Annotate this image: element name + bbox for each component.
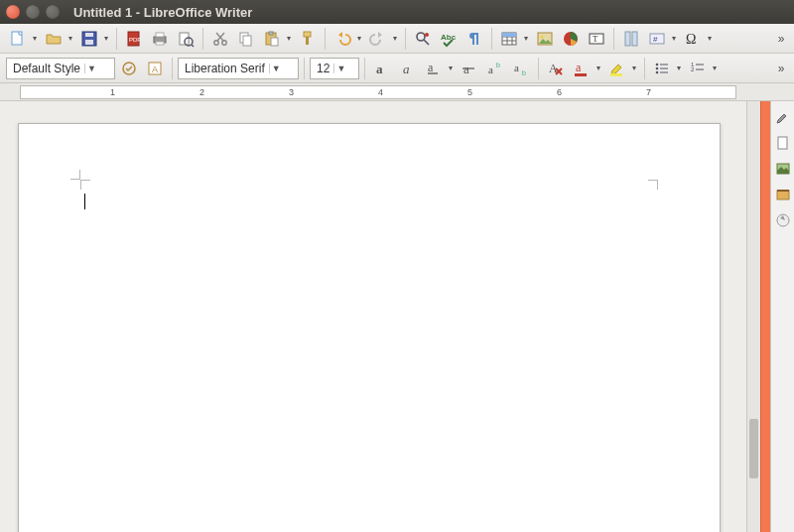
ruler-label: 2 [199, 87, 204, 97]
chevron-down-icon: ▼ [333, 64, 347, 73]
svg-point-64 [656, 70, 659, 73]
styles-panel-button[interactable] [773, 159, 793, 179]
svg-text:Abc: Abc [441, 33, 457, 42]
svg-rect-21 [304, 32, 311, 37]
svg-rect-8 [156, 42, 164, 45]
underline-button[interactable]: a [422, 57, 456, 80]
numbered-list-button[interactable]: 12 [686, 57, 720, 80]
svg-point-12 [214, 40, 218, 44]
standard-toolbar: PDF Abc T [0, 24, 794, 54]
formatting-toolbar: Default Style ▼ A Liberation Serif ▼ 12 … [0, 54, 794, 83]
insert-symbol-button[interactable]: Ω [681, 27, 715, 51]
page-break-button[interactable] [619, 27, 643, 51]
svg-point-25 [425, 33, 429, 37]
paste-button[interactable] [260, 27, 294, 51]
svg-text:b: b [522, 69, 526, 76]
svg-rect-0 [12, 32, 22, 45]
svg-rect-61 [610, 73, 622, 76]
svg-text:Ω: Ω [686, 32, 696, 47]
svg-rect-75 [777, 190, 789, 192]
formatting-marks-button[interactable] [463, 27, 486, 51]
svg-point-63 [656, 66, 659, 69]
print-button[interactable] [148, 27, 172, 51]
italic-button[interactable]: a [396, 57, 420, 80]
font-name-combo[interactable]: Liberation Serif ▼ [178, 58, 299, 79]
svg-text:T: T [593, 34, 598, 44]
svg-rect-60 [575, 73, 587, 76]
svg-rect-32 [502, 33, 516, 37]
ruler-label: 7 [646, 87, 651, 97]
ruler-label: 3 [289, 87, 294, 97]
page-panel-button[interactable] [773, 133, 793, 153]
svg-text:a: a [488, 64, 493, 75]
bold-button[interactable]: a [370, 57, 394, 80]
save-button[interactable] [77, 27, 111, 51]
svg-rect-2 [85, 33, 93, 37]
bullet-list-button[interactable] [650, 57, 684, 80]
subscript-button[interactable]: ab [509, 57, 533, 80]
ruler-label: 6 [557, 87, 562, 97]
svg-point-13 [222, 40, 226, 44]
print-preview-button[interactable] [174, 27, 198, 51]
insert-table-button[interactable] [497, 27, 531, 51]
window-minimize-button[interactable] [26, 5, 40, 19]
svg-text:A: A [152, 65, 158, 74]
window-maximize-button[interactable] [46, 5, 60, 19]
insert-chart-button[interactable] [559, 27, 583, 51]
svg-line-14 [217, 33, 224, 41]
insert-field-button[interactable]: # [645, 27, 679, 51]
document-viewport[interactable] [0, 101, 746, 532]
horizontal-ruler[interactable]: 1 2 3 4 5 6 7 [0, 83, 746, 101]
scrollbar-thumb[interactable] [749, 419, 758, 478]
strikethrough-button[interactable]: a [458, 57, 481, 80]
font-color-button[interactable]: a [570, 57, 603, 80]
svg-text:a: a [576, 61, 582, 74]
new-style-button[interactable]: A [143, 57, 167, 80]
svg-point-62 [656, 63, 659, 66]
insert-textbox-button[interactable]: T [585, 27, 608, 51]
svg-rect-39 [632, 32, 637, 46]
find-replace-button[interactable] [411, 27, 435, 51]
paragraph-style-value: Default Style [13, 62, 80, 75]
font-size-combo[interactable]: 12 ▼ [310, 58, 359, 79]
update-style-button[interactable] [117, 57, 141, 80]
highlight-color-button[interactable] [605, 57, 639, 80]
svg-rect-17 [243, 36, 251, 46]
properties-panel-button[interactable] [773, 107, 793, 127]
export-pdf-button[interactable]: PDF [122, 27, 146, 51]
copy-button[interactable] [234, 27, 258, 51]
svg-point-23 [417, 33, 425, 41]
new-document-button[interactable] [6, 27, 40, 51]
document-page[interactable] [18, 123, 721, 532]
svg-line-11 [192, 45, 194, 47]
paragraph-style-combo[interactable]: Default Style ▼ [6, 58, 115, 79]
clear-formatting-button[interactable]: A [544, 57, 568, 80]
svg-rect-38 [625, 32, 630, 46]
sidebar-collapse-handle[interactable] [760, 101, 770, 532]
svg-rect-74 [777, 191, 789, 200]
navigator-panel-button[interactable] [773, 210, 793, 230]
insert-image-button[interactable] [533, 27, 557, 51]
open-button[interactable] [42, 27, 75, 51]
clone-formatting-button[interactable] [296, 27, 320, 51]
window-title: Untitled 1 - LibreOffice Writer [73, 5, 252, 20]
svg-line-15 [216, 33, 223, 41]
work-area [0, 101, 794, 532]
toolbar-overflow-button[interactable]: » [774, 32, 788, 46]
cut-button[interactable] [208, 27, 232, 51]
vertical-scrollbar[interactable] [746, 101, 760, 532]
window-close-button[interactable] [6, 5, 20, 19]
redo-button[interactable] [366, 27, 400, 51]
sidebar-tab-strip [770, 101, 794, 532]
superscript-button[interactable]: ab [483, 57, 507, 80]
spellcheck-button[interactable]: Abc [437, 27, 461, 51]
svg-rect-19 [269, 32, 273, 35]
gallery-panel-button[interactable] [773, 185, 793, 204]
toolbar-overflow-button[interactable]: » [774, 62, 788, 75]
ruler-label: 1 [110, 87, 115, 97]
svg-text:#: # [653, 35, 658, 44]
svg-text:PDF: PDF [129, 37, 141, 43]
svg-text:2: 2 [691, 66, 695, 72]
undo-button[interactable] [331, 27, 364, 51]
svg-text:a: a [403, 62, 410, 76]
